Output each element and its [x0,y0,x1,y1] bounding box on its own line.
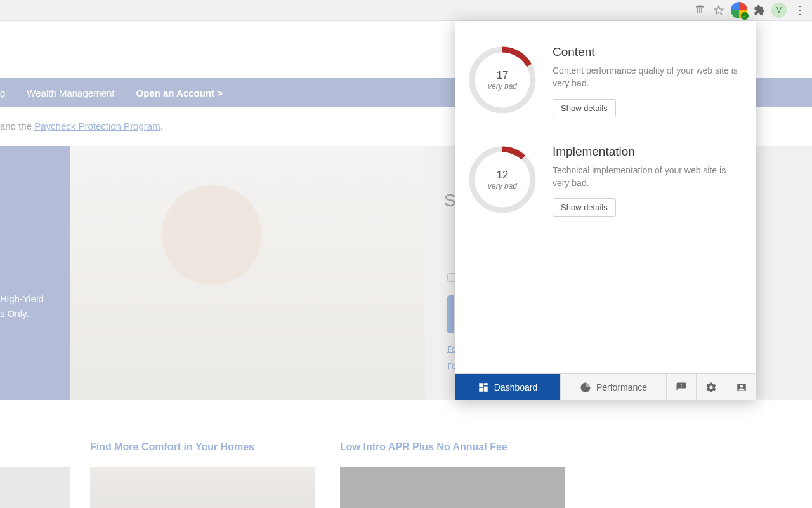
nav-item-partial[interactable]: g [0,88,5,98]
hero-text: High-Yield s Only. [0,292,44,321]
dashboard-icon [478,382,489,393]
promo-image-1 [90,467,315,508]
score-content: 17 [497,69,509,82]
tab-performance[interactable]: Performance [561,374,667,400]
show-details-implementation-button[interactable]: Show details [553,198,616,217]
popup-tabbar: Dashboard Performance [455,373,756,400]
score-implementation: 12 [497,169,509,182]
gauge-content: 17 very bad [468,45,537,115]
show-details-content-button[interactable]: Show details [553,99,616,117]
metric-implementation: 12 very bad Implementation Technical imp… [468,133,743,232]
popup-body: 17 very bad Content Content performance … [455,21,756,373]
tab-performance-label: Performance [596,382,647,392]
metric-title-implementation: Implementation [553,145,743,159]
tab-dashboard[interactable]: Dashboard [455,374,561,400]
notice-bar: and the Paycheck Protection Program. [0,121,163,131]
nav-item-wealth[interactable]: Wealth Management [27,88,114,98]
promo-heading-1: Find More Comfort in Your Homes [90,441,254,453]
piechart-icon [580,382,591,393]
notice-prefix: and the [0,121,34,131]
extension-popup: 17 very bad Content Content performance … [455,21,756,400]
metric-title-content: Content [553,45,743,59]
person-icon [736,382,747,393]
score-label-implementation: very bad [488,182,517,190]
hero-heading-fragment: S [444,190,456,211]
extension-icon-1[interactable] [693,3,707,17]
gear-icon [705,382,717,393]
profile-avatar[interactable]: V [771,3,787,18]
metric-content: 17 very bad Content Content performance … [468,34,743,133]
tab-settings[interactable] [697,374,726,400]
extensions-puzzle-icon[interactable] [752,3,766,17]
score-label-content: very bad [488,82,517,91]
signin-button-fragment[interactable] [447,295,454,333]
browser-menu-icon[interactable]: ⋮ [792,3,808,17]
feedback-icon [676,382,687,393]
hero-text-line2: s Only. [0,308,29,319]
metric-desc-content: Content performance quality of your web … [553,64,743,90]
bookmark-star-icon[interactable] [712,3,726,17]
tab-feedback[interactable] [667,374,697,400]
nav-item-open-account[interactable]: Open an Account > [136,88,223,98]
active-extension-icon[interactable] [731,2,747,18]
gauge-implementation: 12 very bad [468,145,537,215]
hero-text-line1: High-Yield [0,293,44,304]
tab-account[interactable] [726,374,756,400]
promo-heading-2: Low Intro APR Plus No Annual Fee [340,441,508,453]
browser-toolbar: V ⋮ [0,0,812,21]
metric-desc-implementation: Technical implementation of your web sit… [553,164,743,190]
promo-image-0 [0,467,70,508]
hero-image [70,146,425,400]
promo-image-2 [340,467,565,508]
tab-dashboard-label: Dashboard [494,382,538,392]
notice-link[interactable]: Paycheck Protection Program [34,121,160,131]
notice-suffix: . [160,121,163,131]
